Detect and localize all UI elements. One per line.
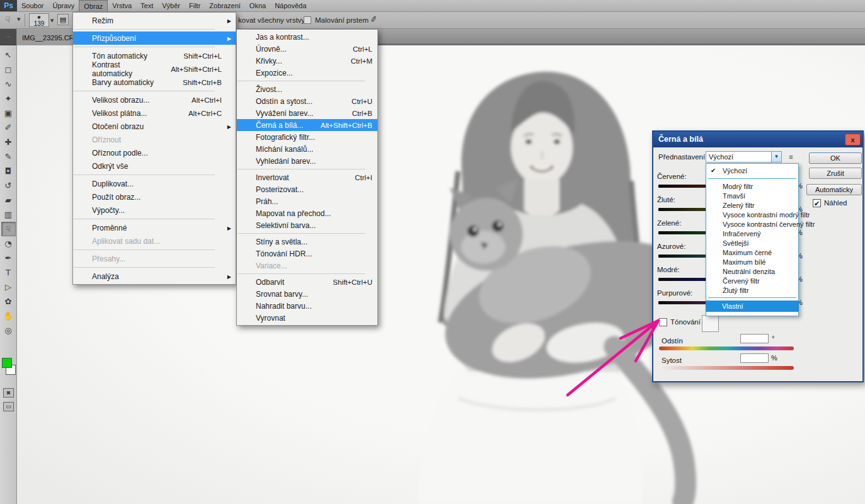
preset-option[interactable]: [706, 295, 798, 301]
screen-mode-button[interactable]: ▭: [3, 402, 14, 411]
smudge-tool-icon[interactable]: ☟: [5, 14, 11, 25]
image-menu-item[interactable]: Režim: [73, 14, 236, 27]
menubar-item[interactable]: Obraz: [79, 0, 108, 11]
menubar-item[interactable]: Vrstva: [108, 0, 136, 11]
adjustments-menu-item[interactable]: Stíny a světla...: [237, 236, 377, 248]
image-menu-item[interactable]: Velikost plátna... Alt+Ctrl+C: [73, 106, 236, 120]
preset-option[interactable]: Výchozí: [706, 165, 798, 176]
spot-healing-tool[interactable]: ✚: [1, 135, 16, 149]
tool-preset-caret-icon[interactable]: ▼: [17, 17, 20, 22]
adjustments-menu-item[interactable]: Expozice...: [237, 67, 377, 79]
preset-option[interactable]: Světlejší: [706, 238, 798, 248]
pen-tool[interactable]: ✒: [1, 251, 16, 265]
path-selection-tool[interactable]: ▷: [1, 280, 16, 294]
brush-tool[interactable]: ✎: [1, 149, 16, 164]
saturation-gradient-slider[interactable]: [659, 366, 794, 370]
adjustments-menu-item[interactable]: Vyrovnat: [237, 312, 377, 324]
image-menu-item[interactable]: [73, 265, 236, 270]
marquee-tool[interactable]: ◻: [1, 62, 16, 77]
preset-options-icon[interactable]: ≡: [786, 152, 796, 161]
preset-option[interactable]: Zelený filtr: [706, 200, 798, 210]
adjustments-menu-item[interactable]: Nahradit barvu...: [237, 300, 377, 312]
adjustments-menu-item[interactable]: Variace...: [237, 260, 377, 272]
image-menu-item[interactable]: Přizpůsobení: [73, 32, 236, 45]
adjustments-menu-item[interactable]: Odbarvit Shift+Ctrl+U: [237, 276, 377, 288]
move-tool[interactable]: ↖: [1, 48, 16, 62]
quick-selection-tool[interactable]: ✦: [1, 91, 16, 106]
image-menu-item[interactable]: Odkrýt vše: [73, 159, 236, 173]
adjustments-menu-item[interactable]: Jas a kontrast...: [237, 31, 377, 43]
toggle-brush-panel-button[interactable]: ▤: [57, 14, 69, 25]
preset-option[interactable]: Vysoce kontrastní červený filtr: [706, 219, 798, 229]
quick-mask-button[interactable]: ◙: [3, 388, 14, 398]
image-menu-item[interactable]: Otočení obrazu: [73, 120, 236, 133]
preset-option[interactable]: Vlastní: [706, 301, 799, 312]
foreground-color-swatch[interactable]: [2, 358, 12, 368]
dialog-titlebar[interactable]: Černá a bílá: [653, 132, 862, 147]
dodge-tool[interactable]: ◔: [1, 236, 16, 251]
adjustments-menu-item[interactable]: Tónování HDR...: [237, 248, 377, 260]
menubar-item[interactable]: Úpravy: [48, 0, 79, 11]
preset-option[interactable]: Modrý filtr: [706, 181, 798, 191]
menubar-item[interactable]: Výběr: [158, 0, 185, 11]
menubar-item[interactable]: Zobrazení: [205, 0, 245, 11]
adjustments-menu-item[interactable]: Invertovat Ctrl+I: [237, 171, 377, 183]
brush-panel-icon[interactable]: ✐: [370, 14, 378, 25]
adjustments-menu-item[interactable]: Černá a bílá... Alt+Shift+Ctrl+B: [237, 119, 377, 131]
finger-painting-checkbox[interactable]: [304, 16, 311, 24]
preset-option[interactable]: Maximum černé: [706, 248, 798, 257]
preset-option[interactable]: [706, 176, 798, 181]
preset-option[interactable]: Vysoce kontrastní modrý filtr: [706, 210, 798, 219]
chevron-down-icon[interactable]: ▼: [771, 152, 781, 162]
ok-button[interactable]: OK: [809, 152, 862, 164]
adjustments-menu-item[interactable]: Selektivní barva...: [237, 219, 377, 231]
lasso-tool[interactable]: ∿: [1, 77, 16, 91]
eyedropper-tool[interactable]: ✐: [1, 120, 16, 135]
adjustments-menu-item[interactable]: Práh...: [237, 195, 377, 207]
adjustments-menu-item[interactable]: Odstín a sytost... Ctrl+U: [237, 95, 377, 107]
menubar-item[interactable]: Filtr: [185, 0, 205, 11]
image-menu-item[interactable]: [73, 45, 236, 49]
hand-tool[interactable]: ✋: [1, 309, 16, 323]
history-brush-tool[interactable]: ↺: [1, 178, 16, 193]
image-menu-item[interactable]: Duplikovat...: [73, 177, 236, 190]
adjustments-menu-item[interactable]: Mapovat na přechod...: [237, 207, 377, 219]
saturation-value-field[interactable]: [740, 353, 769, 363]
image-menu-item[interactable]: Kontrast automaticky Alt+Shift+Ctrl+L: [73, 62, 236, 76]
image-menu-item[interactable]: [73, 89, 236, 93]
image-menu-item[interactable]: [73, 248, 236, 252]
adjustments-menu-item[interactable]: Posterizovat...: [237, 183, 377, 195]
toning-checkbox[interactable]: [659, 318, 667, 326]
eraser-tool[interactable]: ▰: [1, 193, 16, 207]
adjustments-menu-item[interactable]: Srovnat barvy...: [237, 288, 377, 300]
adjustments-menu-item[interactable]: Míchání kanálů...: [237, 143, 377, 155]
zoom-tool[interactable]: ◎: [1, 323, 16, 338]
adjustments-menu-item[interactable]: Křivky... Ctrl+M: [237, 55, 377, 67]
custom-shape-tool[interactable]: ✿: [1, 294, 16, 309]
image-menu-item[interactable]: Proměnné: [73, 221, 236, 234]
image-menu-item[interactable]: Aplikovat sadu dat...: [73, 234, 236, 248]
image-menu-item[interactable]: Oříznout: [73, 133, 236, 146]
image-menu-item[interactable]: Přesahy...: [73, 252, 236, 265]
clone-stamp-tool[interactable]: ◘: [1, 164, 16, 178]
preset-option[interactable]: Tmavší: [706, 191, 798, 200]
adjustments-menu-item[interactable]: [237, 231, 377, 236]
smudge-tool[interactable]: ☟: [1, 222, 16, 236]
adjustments-menu-item[interactable]: [237, 272, 377, 276]
image-menu-item[interactable]: Výpočty...: [73, 203, 236, 217]
preset-option[interactable]: Infračervený: [706, 229, 798, 238]
adjustments-menu-item[interactable]: Fotografický filtr...: [237, 131, 377, 143]
adjustments-menu-item[interactable]: [237, 167, 377, 171]
hue-value-field[interactable]: [740, 334, 769, 343]
adjustments-menu-item[interactable]: Úrovně... Ctrl+L: [237, 43, 377, 55]
type-tool[interactable]: T: [1, 265, 16, 280]
preset-option[interactable]: Neutrální denzita: [706, 266, 798, 276]
adjustments-menu-item[interactable]: Živost...: [237, 83, 377, 95]
preset-option[interactable]: Žlutý filtr: [706, 285, 798, 295]
preset-dropdown[interactable]: Výchozí ▼: [706, 151, 782, 163]
menubar-item[interactable]: Soubor: [17, 0, 48, 11]
image-menu-item[interactable]: [73, 217, 236, 221]
image-menu-item[interactable]: Velikost obrazu... Alt+Ctrl+I: [73, 93, 236, 106]
hue-gradient-slider[interactable]: [659, 346, 794, 350]
adjustments-menu-item[interactable]: [237, 79, 377, 83]
